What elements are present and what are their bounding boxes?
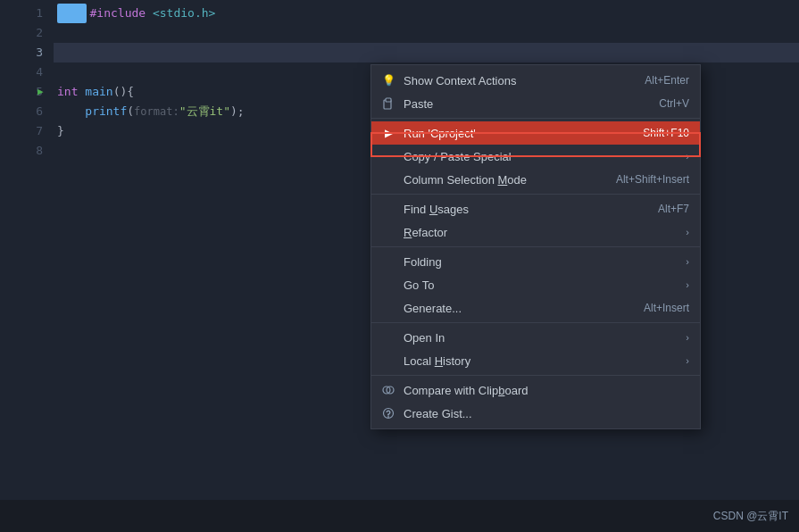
- code-line-1: #include <stdio.h>: [54, 4, 799, 23]
- separator-4: [371, 322, 700, 323]
- separator-5: [371, 375, 700, 376]
- shortcut-show-context-actions: Alt+Enter: [645, 74, 689, 87]
- line-num-2: 2: [0, 23, 43, 43]
- line-num-5: 5: [0, 82, 43, 102]
- separator-3: [371, 246, 700, 247]
- menu-label-show-context-actions: Show Context Actions: [404, 74, 516, 87]
- context-menu: 💡 Show Context Actions Alt+Enter Paste C…: [370, 64, 701, 429]
- menu-label-go-to: Go To: [404, 278, 434, 292]
- svg-rect-5: [387, 416, 389, 418]
- shortcut-generate: Alt+Insert: [644, 302, 689, 314]
- menu-item-create-gist[interactable]: Create Gist...: [371, 402, 700, 425]
- run-icon: ▶: [380, 127, 396, 139]
- menu-item-paste[interactable]: Paste Ctrl+V: [371, 92, 700, 115]
- separator-1: [371, 118, 700, 119]
- bulb-icon: 💡: [380, 74, 396, 87]
- menu-label-paste: Paste: [404, 97, 433, 111]
- menu-label-find-usages: Find Usages: [404, 203, 469, 216]
- menu-item-go-to[interactable]: Go To ›: [371, 273, 700, 296]
- shortcut-find-usages: Alt+F7: [658, 203, 689, 215]
- arrow-refactor: ›: [686, 227, 689, 237]
- arrow-folding: ›: [686, 256, 689, 267]
- create-gist-icon: [380, 407, 396, 420]
- svg-rect-1: [386, 98, 391, 102]
- line-numbers: 1 2 3 4 5 6 7 8: [0, 0, 54, 500]
- arrow-local-history: ›: [686, 355, 689, 366]
- code-line-3: [54, 43, 799, 62]
- arrow-copy-paste-special: ›: [686, 151, 689, 162]
- menu-item-copy-paste-special[interactable]: Copy / Paste Special ›: [371, 145, 700, 168]
- menu-item-open-in[interactable]: Open In ›: [371, 326, 700, 349]
- line-num-8: 8: [0, 141, 43, 161]
- menu-item-show-context-actions[interactable]: 💡 Show Context Actions Alt+Enter: [371, 69, 700, 92]
- menu-label-folding: Folding: [404, 255, 442, 269]
- line-num-7: 7: [0, 121, 43, 141]
- line-num-6: 6: [0, 102, 43, 121]
- separator-2: [371, 194, 700, 195]
- arrow-open-in: ›: [686, 332, 689, 343]
- shortcut-run-cproject: Shift+F10: [643, 127, 689, 139]
- menu-item-find-usages[interactable]: Find Usages Alt+F7: [371, 197, 700, 220]
- menu-item-refactor[interactable]: Refactor ›: [371, 220, 700, 244]
- menu-item-column-selection[interactable]: Column Selection Mode Alt+Shift+Insert: [371, 168, 700, 191]
- shortcut-paste: Ctrl+V: [659, 97, 689, 110]
- menu-label-create-gist: Create Gist...: [404, 407, 472, 420]
- shortcut-column-selection: Alt+Shift+Insert: [616, 173, 689, 186]
- paste-icon: [380, 97, 396, 110]
- statusbar: CSDN @云霄IT: [0, 500, 799, 532]
- menu-label-column-selection: Column Selection Mode: [404, 173, 527, 187]
- menu-label-open-in: Open In: [404, 331, 445, 345]
- menu-item-local-history[interactable]: Local History ›: [371, 349, 700, 372]
- line-num-3: 3: [0, 43, 43, 62]
- menu-item-generate[interactable]: Generate... Alt+Insert: [371, 296, 700, 320]
- menu-label-compare-clipboard: Compare with Clipboard: [404, 384, 528, 397]
- menu-item-compare-clipboard[interactable]: Compare with Clipboard: [371, 378, 700, 402]
- menu-label-copy-paste-special: Copy / Paste Special: [404, 150, 512, 163]
- statusbar-text: CSDN @云霄IT: [713, 509, 788, 524]
- code-line-2: [54, 23, 799, 43]
- menu-label-local-history: Local History: [404, 354, 470, 368]
- menu-label-generate: Generate...: [404, 302, 462, 315]
- arrow-go-to: ›: [686, 279, 689, 290]
- menu-item-folding[interactable]: Folding ›: [371, 250, 700, 273]
- compare-clipboard-icon: [380, 384, 396, 396]
- line-num-1: 1: [0, 4, 43, 23]
- run-indicator: ▶: [37, 82, 44, 102]
- menu-item-run-cproject[interactable]: ▶ Run 'Cproject' Shift+F10: [371, 121, 700, 145]
- line-num-4: 4: [0, 62, 43, 82]
- menu-label-refactor: Refactor: [404, 226, 447, 239]
- menu-label-run-cproject: Run 'Cproject': [404, 127, 476, 140]
